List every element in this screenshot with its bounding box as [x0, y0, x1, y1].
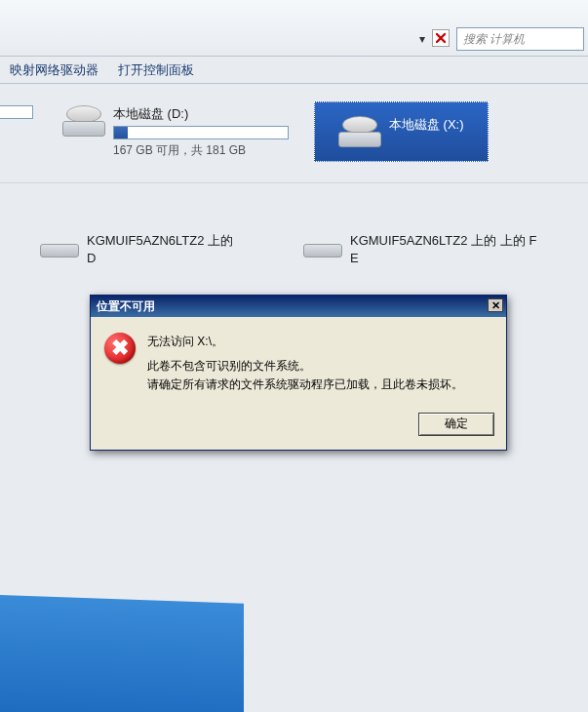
open-control-panel-button[interactable]: 打开控制面板 — [118, 61, 194, 79]
search-input[interactable]: 搜索 计算机 — [456, 27, 584, 51]
usage-bar — [0, 105, 33, 119]
drive-label: 本地磁盘 (X:) — [389, 116, 464, 134]
address-dropdown-icon[interactable]: ▾ — [414, 31, 430, 47]
ok-button[interactable]: 确定 — [418, 413, 494, 436]
dialog-close-button[interactable]: ✕ — [488, 298, 503, 312]
hard-drive-icon — [338, 116, 381, 147]
network-drive-label: KGMUIF5AZN6LTZ2 上的 D — [87, 232, 245, 266]
map-network-drive-button[interactable]: 映射网络驱动器 — [10, 61, 98, 79]
address-close-icon[interactable] — [432, 29, 450, 47]
dialog-title-text: 位置不可用 — [97, 298, 155, 315]
dialog-message-line: 此卷不包含可识别的文件系统。 — [147, 357, 463, 376]
usage-text: 167 GB 可用，共 181 GB — [113, 142, 289, 159]
local-drives-section: 7.5 GB 本地磁盘 (D:) 167 GB 可用，共 181 GB 本地磁盘… — [0, 84, 588, 183]
hard-drive-icon — [303, 232, 342, 261]
error-dialog: 位置不可用 ✕ ✖ 无法访问 X:\。 此卷不包含可识别的文件系统。 请确定所有… — [90, 295, 507, 451]
usage-text: 7.5 GB — [0, 122, 33, 136]
hard-drive-icon — [62, 105, 105, 137]
drive-item[interactable]: 7.5 GB — [0, 101, 37, 139]
network-drive-item[interactable]: KGMUIF5AZN6LTZ2 上的 D — [40, 232, 245, 266]
network-drive-label: 上的 F — [500, 232, 537, 250]
error-icon: ✖ — [104, 333, 136, 364]
network-drive-label: KGMUIF5AZN6LTZ2 上的 E — [350, 232, 508, 266]
usage-bar — [113, 126, 289, 139]
drive-label: 本地磁盘 (D:) — [113, 105, 289, 123]
dialog-message: 无法访问 X:\。 此卷不包含可识别的文件系统。 请确定所有请求的文件系统驱动程… — [147, 333, 463, 395]
network-drive-item[interactable]: KGMUIF5AZN6LTZ2 上的 E — [303, 232, 508, 266]
toolbar: 映射网络驱动器 打开控制面板 — [0, 57, 588, 84]
drive-item-d[interactable]: 本地磁盘 (D:) 167 GB 可用，共 181 GB — [59, 101, 293, 163]
dialog-titlebar[interactable]: 位置不可用 ✕ — [91, 296, 506, 317]
hard-drive-icon — [40, 232, 79, 261]
search-placeholder: 搜索 计算机 — [463, 31, 525, 48]
address-bar-area: ▾ 搜索 计算机 — [0, 0, 588, 57]
dialog-message-line: 无法访问 X:\。 — [147, 333, 463, 351]
taskbar — [0, 595, 244, 712]
network-drive-item[interactable]: 上的 F — [500, 232, 537, 266]
drive-item-x-selected[interactable]: 本地磁盘 (X:) — [314, 101, 489, 162]
dialog-message-line: 请确定所有请求的文件系统驱动程序已加载，且此卷未损坏。 — [147, 376, 463, 394]
